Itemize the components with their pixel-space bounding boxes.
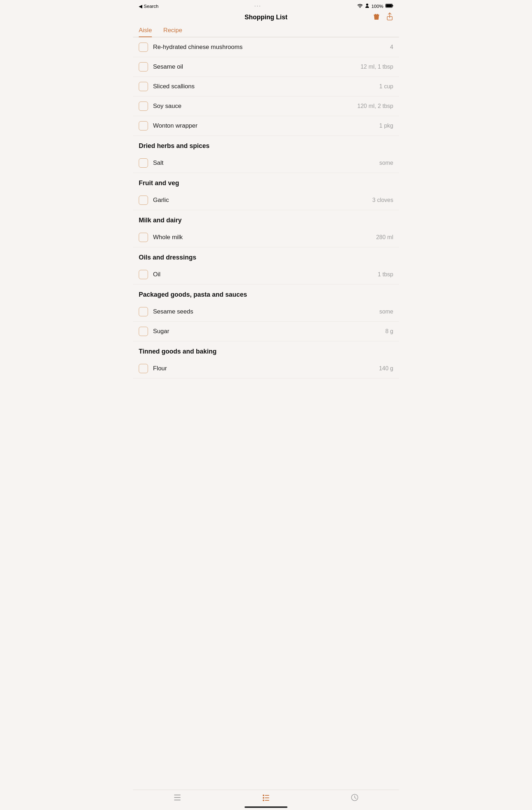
list-item: Whole milk280 ml	[133, 228, 399, 247]
list-item: Flour140 g	[133, 359, 399, 379]
checkbox-item-2[interactable]	[139, 62, 148, 71]
checkbox-item-9[interactable]	[139, 270, 148, 279]
item-quantity: 280 ml	[376, 234, 393, 241]
svg-rect-5	[376, 14, 377, 15]
item-name: Sugar	[153, 328, 383, 335]
item-quantity: 120 ml, 2 tbsp	[358, 103, 394, 109]
list-item: Wonton wrapper1 pkg	[133, 116, 399, 136]
list-item: Soy sauce120 ml, 2 tbsp	[133, 97, 399, 116]
svg-rect-2	[392, 5, 393, 6]
item-quantity: 8 g	[385, 328, 393, 335]
status-dots: ···	[254, 3, 261, 9]
item-quantity: some	[379, 160, 393, 166]
section-header-tinned: Tinned goods and baking	[133, 341, 399, 359]
person-icon	[365, 3, 369, 9]
checkbox-item-5[interactable]	[139, 121, 148, 130]
item-quantity: 12 ml, 1 tbsp	[360, 64, 393, 70]
list-item: Garlic3 cloves	[133, 191, 399, 210]
item-name: Sesame seeds	[153, 308, 376, 315]
wifi-icon	[357, 4, 363, 9]
item-quantity: 1 pkg	[379, 123, 393, 129]
section-header-packaged: Packaged goods, pasta and sauces	[133, 285, 399, 302]
nav-header: Shopping List	[133, 11, 399, 24]
list-item: Saltsome	[133, 153, 399, 173]
checkbox-item-4[interactable]	[139, 102, 148, 111]
section-header-dried-herbs: Dried herbs and spices	[133, 136, 399, 153]
item-quantity: some	[379, 308, 393, 315]
item-quantity: 3 cloves	[372, 197, 393, 203]
section-header-milk-dairy: Milk and dairy	[133, 210, 399, 228]
nav-actions	[373, 12, 393, 23]
section-header-oils: Oils and dressings	[133, 247, 399, 265]
item-name: Sesame oil	[153, 63, 358, 70]
tab-recipe[interactable]: Recipe	[163, 27, 182, 37]
back-label[interactable]: Search	[144, 4, 158, 9]
checkbox-item-11[interactable]	[139, 327, 148, 336]
item-name: Soy sauce	[153, 103, 355, 110]
svg-rect-6	[374, 15, 379, 15]
list-item: Re-hydrated chinese mushrooms4	[133, 37, 399, 57]
item-name: Wonton wrapper	[153, 122, 376, 129]
battery-icon	[385, 4, 393, 9]
item-name: Sliced scallions	[153, 83, 376, 90]
item-quantity: 4	[390, 44, 393, 50]
item-name: Flour	[153, 365, 376, 372]
item-quantity: 140 g	[379, 365, 393, 372]
list-item: Sesame oil12 ml, 1 tbsp	[133, 57, 399, 77]
item-quantity: 1 cup	[379, 83, 393, 90]
tabs-bar: Aisle Recipe	[133, 24, 399, 37]
checkbox-item-10[interactable]	[139, 307, 148, 316]
list-item: Sliced scallions1 cup	[133, 77, 399, 97]
item-name: Garlic	[153, 197, 369, 204]
item-name: Salt	[153, 159, 376, 167]
checkbox-item-3[interactable]	[139, 82, 148, 91]
back-arrow-icon: ◀	[139, 4, 142, 9]
item-name: Oil	[153, 271, 375, 278]
checkbox-item-7[interactable]	[139, 196, 148, 205]
list-item: Sesame seedssome	[133, 302, 399, 322]
section-header-fruit-veg: Fruit and veg	[133, 173, 399, 191]
list-item: Oil1 tbsp	[133, 265, 399, 285]
item-name: Whole milk	[153, 234, 373, 241]
status-bar: ◀ Search ··· 100%	[133, 0, 399, 11]
checkbox-item-6[interactable]	[139, 158, 148, 168]
item-name: Re-hydrated chinese mushrooms	[153, 44, 387, 51]
item-quantity: 1 tbsp	[378, 271, 393, 278]
checkbox-item-12[interactable]	[139, 364, 148, 373]
page-title: Shopping List	[245, 14, 287, 21]
svg-point-0	[366, 4, 368, 6]
shopping-list-content: Re-hydrated chinese mushrooms4Sesame oil…	[133, 37, 399, 407]
tab-aisle[interactable]: Aisle	[139, 27, 152, 37]
svg-rect-3	[386, 4, 392, 7]
status-left: ◀ Search	[139, 4, 158, 9]
checkbox-item-1[interactable]	[139, 43, 148, 52]
trash-button[interactable]	[373, 12, 380, 23]
share-button[interactable]	[386, 12, 393, 23]
list-item: Sugar8 g	[133, 322, 399, 341]
battery-percent: 100%	[371, 4, 383, 9]
checkbox-item-8[interactable]	[139, 233, 148, 242]
status-right: 100%	[357, 3, 393, 9]
